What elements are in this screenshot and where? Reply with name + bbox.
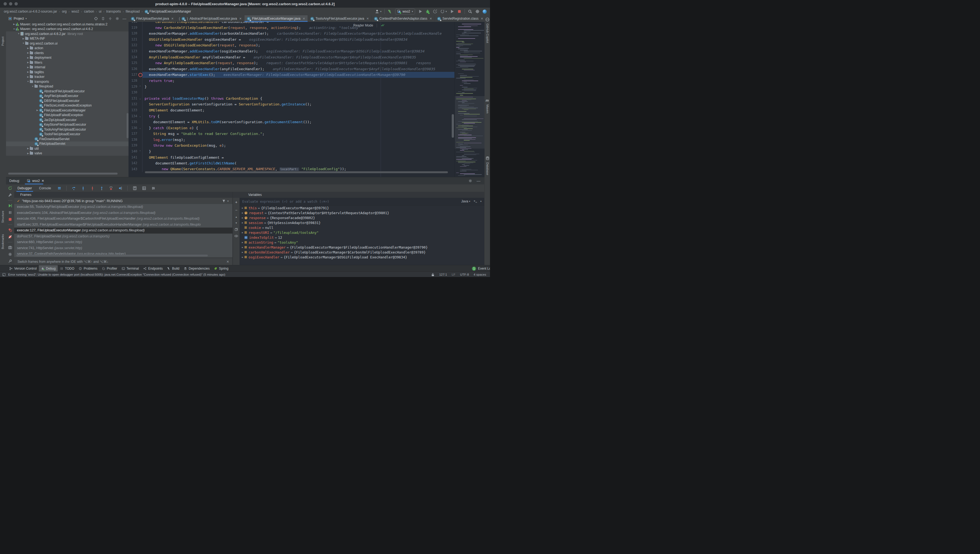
stripe-copilot-label[interactable]: GitHub Copilot <box>486 24 489 43</box>
close-hint-icon[interactable]: ✕ <box>227 260 229 264</box>
editor-gutter[interactable]: 128 <box>129 78 142 84</box>
code-line-124[interactable]: 124 AnyFileUploadExecHandler anyFileExec… <box>129 54 455 60</box>
tool-window-button-version-control[interactable]: Version Control <box>7 265 39 272</box>
tree-item-tracker[interactable]: ▶tracker <box>6 75 129 80</box>
editor-gutter[interactable]: 139 <box>129 143 142 149</box>
close-tab-icon[interactable]: ✕ <box>366 17 369 21</box>
resume-program-icon[interactable] <box>8 204 12 208</box>
variable-row-carbonXmlExecHandler[interactable]: ▶carbonXmlExecHandler={FileUploadExecuto… <box>239 250 484 255</box>
chevron-right-icon[interactable]: ▶ <box>26 61 30 64</box>
settings-gear-icon[interactable] <box>475 9 480 14</box>
code-line-133[interactable]: 133 OMElement documentElement; <box>129 107 455 113</box>
tree-item-toolsanyfileuploadexecutor[interactable]: CToolsAnyFileUploadExecutor <box>6 127 129 132</box>
chevron-right-icon[interactable]: ▶ <box>26 152 30 154</box>
tool-window-button-spring[interactable]: Spring <box>212 265 231 272</box>
code-line-135[interactable]: 135 documentElement = XMLUtils.toOM(serv… <box>129 119 455 125</box>
minimize-panel-icon[interactable]: — <box>477 179 480 183</box>
tree-item-filedownloadservlet[interactable]: CFileDownloadServlet <box>6 137 129 142</box>
tree-item-keystorefileuploadexecutor[interactable]: CKeyStoreFileUploadExecutor <box>6 123 129 127</box>
editor-gutter[interactable]: 125 <box>129 60 142 66</box>
close-tab-icon[interactable]: ✕ <box>171 17 174 21</box>
stack-frame-startExec-320[interactable]: startExec:320, FileUploadExecutorManager… <box>14 222 232 228</box>
tree-item-org-wso2-carbon-ui-4-6-2-jar[interactable]: ▼org.wso2.carbon.ui-4.6.2.jarlibrary roo… <box>6 32 129 36</box>
tree-item-maven-org-wso2-carbon-org-wso2-carbon-ui[interactable]: ▼Maven: org.wso2.carbon:org.wso2.carbon.… <box>6 27 129 32</box>
debug-gear-icon[interactable] <box>8 252 12 256</box>
editor-gutter[interactable]: 124 <box>129 54 142 60</box>
build-hammer-icon[interactable] <box>388 9 392 14</box>
editor-gutter[interactable]: 130 <box>129 89 142 96</box>
tree-item-toolsfileuploadexecutor[interactable]: CToolsFileUploadExecutor <box>6 132 129 137</box>
code-line-120[interactable]: 120 execHandlerManager.addExecHandler(ca… <box>129 30 455 37</box>
tree-item-fileuploadfailedexception[interactable]: CFileUploadFailedException <box>6 113 129 118</box>
frames-horizontal-scrollbar[interactable] <box>16 255 208 256</box>
chevron-down-icon[interactable]: ▼ <box>31 85 34 88</box>
tree-item-dbsfileuploadexecutor[interactable]: CDBSFileUploadExecutor <box>6 98 129 103</box>
add-to-watches-icon[interactable]: +∞ <box>474 199 477 204</box>
copy-stack-icon[interactable] <box>235 228 238 231</box>
chevron-right-icon[interactable]: ▶ <box>241 246 244 248</box>
code-line-141[interactable]: 141 OMElement fileUploadConfigElement = <box>129 154 455 161</box>
watch-eye-icon[interactable] <box>234 235 238 237</box>
pin-icon[interactable] <box>8 259 12 263</box>
fold-marker-icon[interactable]: ⌄ <box>138 113 142 119</box>
stripe-database-label[interactable]: Database <box>486 162 489 175</box>
close-icon[interactable]: ✕ <box>41 179 44 183</box>
editor-gutter[interactable]: 143 <box>129 166 142 172</box>
fold-marker-icon[interactable]: ⌃ <box>138 84 142 90</box>
move-down-icon[interactable]: ▼ <box>235 222 237 224</box>
tool-window-button-problems[interactable]: Problems <box>77 265 100 272</box>
breadcrumb[interactable]: org.wso2.carbon.ui-4.6.2-sources.jar›org… <box>0 10 191 13</box>
stop-button[interactable] <box>457 9 461 14</box>
breadcrumb-item[interactable]: fileupload <box>126 10 140 13</box>
window-controls[interactable] <box>3 2 18 5</box>
breakpoint-icon[interactable] <box>138 73 142 77</box>
event-log-button[interactable]: 1Event Log <box>472 267 490 271</box>
debug-settings-gear-icon[interactable] <box>468 179 472 183</box>
breadcrumb-item[interactable]: org <box>62 10 67 13</box>
editor-gutter[interactable]: 127 <box>129 72 142 78</box>
editor-gutter[interactable]: 131⌄ <box>129 96 142 102</box>
chevron-right-icon[interactable]: ▶ <box>241 207 244 209</box>
reader-mode-chip[interactable]: Reader Mode │ ✓✓ <box>353 23 385 27</box>
tree-item-abstractfileuploadexecutor[interactable]: CAbstractFileUploadExecutor <box>6 89 129 94</box>
tree-item-maven-org-wso2-carbon-org-wso2-carbon-ui[interactable]: ▶Maven: org.wso2.carbon:org.wso2.carbon.… <box>6 22 129 27</box>
code-line-132[interactable]: 132 ServerConfiguration serverConfigurat… <box>129 101 455 107</box>
chevron-right-icon[interactable]: ▶ <box>35 109 39 111</box>
code-line-121[interactable]: 121 OSGiFileUploadExecHandler osgiExecHa… <box>129 37 455 43</box>
tool-window-button-profiler[interactable]: Profiler <box>100 265 120 272</box>
tree-item-clients[interactable]: ▶clients <box>6 51 129 56</box>
code-line-137[interactable]: 137 String msg = "Unable to read Server … <box>129 131 455 137</box>
tree-item-action[interactable]: ▶action <box>6 46 129 51</box>
close-tab-icon[interactable]: ✕ <box>481 17 483 21</box>
stack-frame-service-660[interactable]: service:660, HttpServlet (javax.servlet.… <box>14 239 232 245</box>
variable-row-session[interactable]: ▶session={HttpSessionAdaptor@39831} <box>239 220 484 225</box>
close-window-icon[interactable] <box>3 2 7 5</box>
chevron-right-icon[interactable]: ▶ <box>26 76 30 78</box>
chevron-right-icon[interactable]: ▶ <box>241 212 244 214</box>
code-line-136[interactable]: 136⌄ } catch (Exception e) { <box>129 125 455 131</box>
settings-wrench-icon[interactable] <box>8 193 12 197</box>
editor-gutter[interactable]: 129⌃ <box>129 84 142 90</box>
editor-gutter[interactable]: 132 <box>129 101 142 107</box>
chevron-right-icon[interactable]: ▶ <box>12 23 16 25</box>
tool-window-button-debug[interactable]: Debug <box>39 265 58 272</box>
code-line-140[interactable]: 140⌃ } <box>129 149 455 154</box>
breadcrumb-item[interactable]: org.wso2.carbon.ui-4.6.2-sources.jar <box>4 10 57 13</box>
chevron-right-icon[interactable]: ▶ <box>241 241 244 244</box>
close-tab-icon[interactable]: ✕ <box>429 17 432 21</box>
tool-window-button-build[interactable]: Build <box>165 265 182 272</box>
fold-marker-icon[interactable]: ⌄ <box>138 96 142 102</box>
github-copilot-icon[interactable] <box>485 18 490 22</box>
language-selector[interactable]: Java▾ <box>461 199 470 203</box>
code-line-128[interactable]: 128 return true; <box>129 78 455 84</box>
editor-horizontal-scrollbar[interactable] <box>145 171 448 173</box>
tree-item-anyfileuploadexecutor[interactable]: CAnyFileUploadExecutor <box>6 94 129 99</box>
user-profile-button[interactable]: ▾ <box>375 9 381 14</box>
chevron-right-icon[interactable]: ▶ <box>26 66 30 68</box>
editor-gutter[interactable]: 122 <box>129 42 142 48</box>
variable-row-requestURI[interactable]: ▶requestURI="/fileupload/toolsAny" <box>239 230 484 235</box>
add-watch-icon[interactable]: + <box>235 200 237 204</box>
editor-tab-toolsanyfileuploadexecutor-java[interactable]: CToolsAnyFileUploadExecutor.java✕ <box>308 15 372 22</box>
step-out-icon[interactable] <box>99 186 104 190</box>
stack-frame-execute-127[interactable]: execute:127, FileUploadExecutorManager (… <box>14 228 232 234</box>
